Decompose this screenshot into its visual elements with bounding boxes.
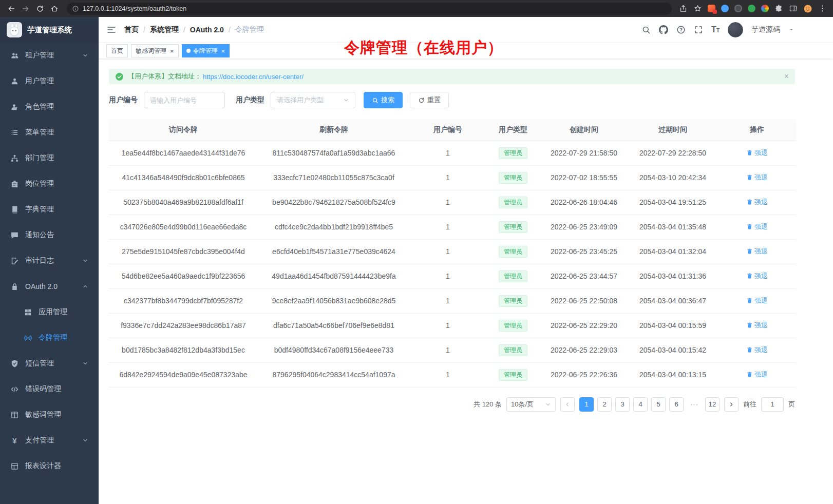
delete-icon <box>746 248 753 255</box>
sidebar-item-token[interactable]: 令牌管理 <box>0 325 99 351</box>
sidebar-menu: 租户管理用户管理角色管理菜单管理部门管理岗位管理字典管理通知公告审计日志OAut… <box>0 43 99 479</box>
sidebar-item-dict[interactable]: 字典管理 <box>0 197 99 222</box>
refresh-icon <box>418 97 425 104</box>
sidebar-item-post[interactable]: 岗位管理 <box>0 171 99 197</box>
close-icon[interactable]: × <box>221 48 225 54</box>
page-button-1[interactable]: 1 <box>579 397 594 412</box>
goto-page-input[interactable] <box>761 397 784 412</box>
alert-close-icon[interactable]: × <box>784 72 789 81</box>
page-size-select[interactable]: 10条/页 <box>506 397 556 412</box>
sidebar-item-label: 应用管理 <box>39 307 67 317</box>
revoke-button[interactable]: 强退 <box>746 370 768 379</box>
chevron-down-icon[interactable] <box>788 27 794 33</box>
font-size-icon[interactable]: TT <box>711 25 720 34</box>
revoke-button[interactable]: 强退 <box>746 345 768 355</box>
revoke-button[interactable]: 强退 <box>746 296 768 305</box>
access-token-cell: b0d1785bc3a8482f812db4a3f3bd15ec <box>109 338 258 362</box>
sidebar-collapse-icon[interactable] <box>106 25 117 35</box>
expire-time-cell: 2054-03-04 00:15:42 <box>628 338 718 362</box>
page-button-3[interactable]: 3 <box>615 397 630 412</box>
sidebar-item-menu[interactable]: 菜单管理 <box>0 120 99 145</box>
home-icon[interactable] <box>47 2 62 15</box>
sidebar-item-audit[interactable]: 审计日志 <box>0 248 99 274</box>
revoke-button[interactable]: 强退 <box>746 148 768 158</box>
chevron-down-icon <box>545 401 551 408</box>
revoke-button[interactable]: 强退 <box>746 173 768 182</box>
table-row: f9336e7c7dd242a283ee98dc86b17a87dfa6c71a… <box>109 313 796 338</box>
sidebar-item-oauth[interactable]: OAuth 2.0 <box>0 274 99 299</box>
page-button-6[interactable]: 6 <box>669 397 684 412</box>
sidebar-item-tenant[interactable]: 租户管理 <box>0 43 99 68</box>
tab-home[interactable]: 首页 <box>106 44 128 57</box>
user-avatar[interactable] <box>728 22 743 37</box>
page-button-5[interactable]: 5 <box>651 397 666 412</box>
success-check-icon <box>116 73 123 81</box>
sidebar-item-report[interactable]: 报表设计器 <box>0 453 99 479</box>
breadcrumb-item[interactable]: 首页 <box>124 25 139 34</box>
close-icon[interactable]: × <box>170 48 174 54</box>
extension-green-icon[interactable] <box>748 5 755 12</box>
help-icon[interactable] <box>676 25 686 34</box>
breadcrumb-item[interactable]: OAuth 2.0 <box>190 26 224 34</box>
site-info-icon[interactable] <box>72 5 79 12</box>
goto-label: 前往 <box>743 400 756 409</box>
app-logo[interactable]: 芋道管理系统 <box>0 17 99 43</box>
revoke-button[interactable]: 强退 <box>746 272 768 281</box>
revoke-button[interactable]: 强退 <box>746 247 768 256</box>
user-name[interactable]: 芋道源码 <box>751 25 780 34</box>
extensions-puzzle-icon[interactable] <box>774 4 783 13</box>
sidebar-item-errcode[interactable]: 错误码管理 <box>0 376 99 402</box>
reset-button-label: 重置 <box>427 95 441 105</box>
sidebar-item-notice[interactable]: 通知公告 <box>0 222 99 248</box>
bookmark-star-icon[interactable] <box>693 4 702 13</box>
share-icon[interactable] <box>679 4 688 13</box>
extension-dark-icon[interactable] <box>734 5 742 12</box>
extension-multicolor-icon[interactable] <box>761 5 769 12</box>
forward-icon[interactable] <box>18 2 33 15</box>
revoke-button[interactable]: 强退 <box>746 198 768 207</box>
page-button-2[interactable]: 2 <box>597 397 612 412</box>
breadcrumb-item[interactable]: 系统管理 <box>150 25 179 34</box>
sidebar-item-app[interactable]: 应用管理 <box>0 299 99 325</box>
fullscreen-icon[interactable] <box>694 25 703 34</box>
address-bar[interactable]: 127.0.0.1:1024/system/oauth2/token <box>67 3 672 15</box>
sidebar-item-sensitive[interactable]: 敏感词管理 <box>0 402 99 428</box>
reset-button[interactable]: 重置 <box>410 92 449 108</box>
sidebar-item-label: 用户管理 <box>25 76 54 86</box>
search-icon[interactable] <box>641 25 651 34</box>
page-ellipsis[interactable]: ··· <box>687 397 702 412</box>
tab-sensitive-word[interactable]: 敏感词管理× <box>131 44 179 57</box>
sidebar-item-user[interactable]: 用户管理 <box>0 68 99 94</box>
extension-blue-icon[interactable] <box>721 5 729 12</box>
reload-icon[interactable] <box>33 2 47 15</box>
sidebar-item-pay[interactable]: ¥支付管理 <box>0 428 99 453</box>
user-id-input[interactable] <box>144 92 225 108</box>
page-button-12[interactable]: 12 <box>705 397 720 412</box>
search-button[interactable]: 搜索 <box>364 92 403 108</box>
tab-token[interactable]: 令牌管理× <box>182 44 230 57</box>
profile-avatar-icon[interactable] <box>803 4 812 13</box>
errcode-icon <box>10 385 19 394</box>
user-type-select[interactable]: 请选择用户类型 <box>271 92 355 108</box>
refresh-token-cell: dfa6c71a50a54c66bef706ef9e6e8d81 <box>258 313 410 338</box>
alert-text: 【用户体系】文档地址： <box>128 72 201 81</box>
next-page-button[interactable] <box>724 397 739 412</box>
sidebar-item-dept[interactable]: 部门管理 <box>0 145 99 171</box>
extension-orange-icon[interactable] <box>708 5 715 12</box>
refresh-token-cell: 8796295f04064c2983414cc54af1097a <box>258 362 410 387</box>
page-button-4[interactable]: 4 <box>633 397 648 412</box>
sidebar-item-role[interactable]: 角色管理 <box>0 94 99 120</box>
table-row: 502375b8040a469a9b82188afdf6af1fbe90422b… <box>109 190 796 215</box>
github-icon[interactable] <box>659 25 668 34</box>
role-icon <box>10 103 19 111</box>
table-row: 1ea5e44f8bc1467aaede43144f31de76811c5304… <box>109 141 796 165</box>
browser-menu-icon[interactable] <box>818 4 827 13</box>
side-panel-icon[interactable] <box>789 4 798 13</box>
prev-page-button[interactable] <box>560 397 575 412</box>
alert-link[interactable]: https://doc.iocoder.cn/user-center/ <box>203 73 304 81</box>
back-icon[interactable] <box>4 2 18 15</box>
revoke-button[interactable]: 强退 <box>746 222 768 231</box>
sidebar-item-sms[interactable]: 短信管理 <box>0 351 99 376</box>
sensitive-icon <box>10 411 19 419</box>
revoke-button[interactable]: 强退 <box>746 321 768 330</box>
